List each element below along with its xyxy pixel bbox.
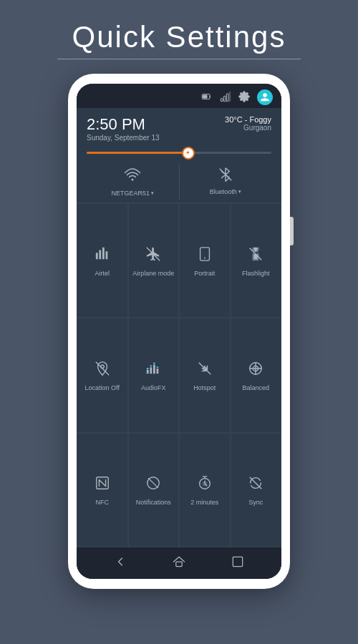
- tile-airtel[interactable]: Airtel: [77, 203, 128, 318]
- tile-notifications[interactable]: Notifications: [128, 433, 180, 547]
- svg-rect-5: [229, 92, 230, 101]
- weather-section: 30°C - Foggy Gurgaon: [225, 115, 271, 132]
- page-title: Quick Settings: [72, 20, 286, 54]
- svg-point-31: [203, 482, 207, 486]
- current-time: 2:50 PM: [87, 115, 160, 134]
- svg-rect-1: [203, 95, 207, 98]
- tile-hotspot[interactable]: Hotspot: [179, 318, 231, 432]
- wifi-icon: [124, 167, 141, 187]
- timer-icon: [197, 475, 213, 495]
- brightness-slider[interactable]: ✦: [87, 152, 271, 154]
- svg-point-10: [204, 257, 205, 258]
- tile-airplane[interactable]: Airplane mode: [128, 203, 180, 318]
- notifications-icon: [145, 475, 161, 495]
- hotspot-label: Hotspot: [193, 384, 216, 391]
- recents-button[interactable]: [231, 555, 245, 572]
- svg-rect-20: [150, 365, 153, 366]
- signal-bars-icon: [220, 91, 231, 104]
- svg-rect-17: [153, 364, 155, 374]
- hotspot-icon: [197, 361, 213, 381]
- audiofx-label: AudioFX: [141, 384, 166, 391]
- svg-line-29: [148, 478, 158, 488]
- airtel-icon: [95, 246, 110, 266]
- portrait-icon: [197, 246, 213, 266]
- svg-rect-19: [147, 368, 149, 369]
- time-weather-row: 2:50 PM Sunday, September 13 30°C - Fogg…: [77, 108, 281, 147]
- tile-timer[interactable]: 2 minutes: [179, 433, 231, 547]
- airplane-icon: [145, 246, 161, 266]
- svg-point-6: [132, 179, 134, 181]
- notifications-label: Notifications: [136, 499, 171, 506]
- connectivity-row: NETGEAR51 ▾ Bluetooth ▾: [77, 161, 281, 203]
- svg-rect-4: [226, 94, 228, 102]
- nfc-icon: [95, 475, 110, 495]
- tile-portrait[interactable]: Portrait: [179, 203, 231, 318]
- svg-rect-22: [157, 366, 159, 368]
- svg-rect-18: [157, 369, 159, 374]
- quick-settings-panel: 2:50 PM Sunday, September 13 30°C - Fogg…: [77, 108, 281, 579]
- airplane-label: Airplane mode: [132, 270, 174, 277]
- phone-frame: 2:50 PM Sunday, September 13 30°C - Fogg…: [68, 74, 290, 589]
- bottom-nav: [77, 547, 281, 579]
- wifi-label: NETGEAR51 ▾: [111, 190, 154, 197]
- tiles-grid: Airtel Airplane mode: [77, 203, 281, 547]
- settings-icon[interactable]: [238, 91, 250, 104]
- bluetooth-tile[interactable]: Bluetooth ▾: [179, 164, 272, 200]
- account-icon[interactable]: [257, 89, 273, 105]
- title-divider: [57, 59, 301, 59]
- svg-rect-34: [233, 557, 242, 566]
- back-button[interactable]: [113, 555, 127, 572]
- status-bar: [77, 84, 281, 108]
- home-button[interactable]: [172, 555, 186, 572]
- airtel-label: Airtel: [95, 270, 110, 277]
- timer-label: 2 minutes: [190, 499, 218, 506]
- balanced-label: Balanced: [242, 384, 269, 391]
- sync-label: Sync: [248, 499, 263, 506]
- bluetooth-dropdown-arrow: ▾: [238, 189, 241, 195]
- svg-rect-2: [221, 98, 223, 101]
- battery-icon: [201, 91, 213, 104]
- flashlight-icon: [248, 246, 263, 266]
- nfc-label: NFC: [96, 499, 110, 506]
- tile-location[interactable]: Location Off: [77, 318, 128, 432]
- wifi-dropdown-arrow: ▾: [151, 190, 154, 196]
- svg-rect-33: [176, 562, 182, 567]
- slider-thumb[interactable]: ✦: [182, 147, 195, 160]
- brightness-row: ✦: [77, 147, 281, 161]
- flashlight-label: Flashlight: [242, 270, 270, 277]
- sync-icon: [248, 475, 263, 495]
- audiofx-icon: [145, 361, 161, 381]
- portrait-label: Portrait: [194, 270, 215, 277]
- current-date: Sunday, September 13: [87, 134, 160, 142]
- svg-rect-3: [223, 96, 226, 101]
- tile-sync[interactable]: Sync: [231, 433, 282, 547]
- svg-rect-21: [153, 363, 155, 364]
- svg-line-24: [199, 363, 211, 375]
- bluetooth-icon: [218, 167, 233, 186]
- wifi-tile[interactable]: NETGEAR51 ▾: [87, 164, 179, 200]
- svg-rect-15: [147, 370, 149, 374]
- balanced-icon: [248, 361, 263, 381]
- tile-flashlight[interactable]: Flashlight: [231, 203, 282, 318]
- slider-fill: [87, 152, 188, 154]
- svg-rect-12: [254, 254, 258, 259]
- phone-screen: 2:50 PM Sunday, September 13 30°C - Fogg…: [77, 84, 281, 579]
- svg-rect-16: [150, 367, 153, 374]
- svg-line-32: [250, 477, 262, 489]
- tile-nfc[interactable]: NFC: [77, 433, 128, 547]
- location-icon: [95, 361, 110, 381]
- temperature: 30°C - Foggy: [225, 115, 271, 124]
- bluetooth-label: Bluetooth ▾: [210, 188, 241, 195]
- location-label: Location Off: [85, 384, 120, 391]
- city: Gurgaon: [225, 124, 271, 132]
- tile-audiofx[interactable]: AudioFX: [128, 318, 180, 432]
- tile-balanced[interactable]: Balanced: [231, 318, 282, 432]
- time-section: 2:50 PM Sunday, September 13: [87, 115, 160, 142]
